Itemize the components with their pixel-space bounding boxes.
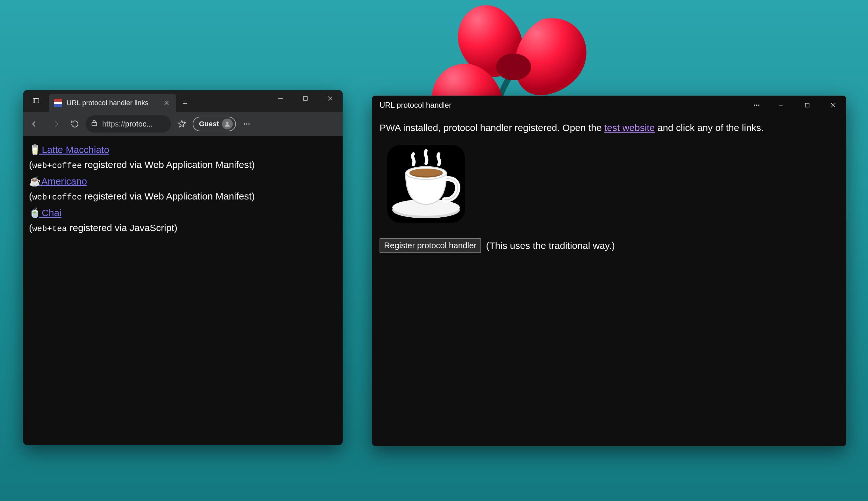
svg-point-31 [409,169,443,176]
drink-emoji: ☕ [29,174,39,188]
tab-actions-button[interactable] [23,90,49,112]
close-button[interactable] [318,90,343,107]
browser-tab[interactable]: URL protocol handler links [49,94,176,112]
window-controls [268,90,343,112]
svg-point-21 [758,105,759,106]
avatar-icon [222,119,233,129]
pwa-minimize-button[interactable] [768,97,794,114]
drink-link-row: ☕ Americano [29,174,337,188]
refresh-button[interactable] [66,115,84,133]
pwa-status-text: PWA installed, protocol handler register… [380,120,839,135]
protocol-code: web+tea [32,224,67,234]
menu-button[interactable] [238,115,256,133]
favorites-button[interactable] [173,115,191,133]
coffee-cup-icon [378,141,474,231]
back-button[interactable] [26,115,44,133]
drink-link[interactable]: Latte Macchiato [39,145,109,155]
svg-point-20 [756,105,757,106]
forward-button[interactable] [46,115,64,133]
tab-favicon [54,99,62,107]
pwa-window: URL protocol handler PWA installed, prot… [372,96,846,446]
svg-point-15 [227,122,229,124]
browser-page-content: 🥛 Latte Macchiato(web+coffee registered … [23,136,343,445]
svg-point-16 [244,123,245,125]
new-tab-button[interactable]: ＋ [176,94,194,112]
browser-window: URL protocol handler links ＋ [23,90,343,445]
tab-close-button[interactable] [163,99,171,107]
url-bar[interactable]: https://protoc... [86,115,171,132]
drink-emoji: 🥛 [29,142,39,157]
test-website-link[interactable]: test website [604,122,655,133]
drink-link-row: 🍵 Chai [29,205,337,220]
minimize-button[interactable] [268,90,293,107]
register-note: (This uses the traditional way.) [486,238,615,253]
pwa-maximize-button[interactable] [794,97,820,114]
browser-toolbar: https://protoc... Guest [23,112,343,136]
svg-marker-12 [178,120,185,127]
url-text: https://protoc... [102,119,153,128]
drink-emoji: 🍵 [29,205,39,220]
svg-point-17 [246,123,248,125]
protocol-code: web+coffee [32,161,82,171]
drink-note: (web+tea registered via JavaScript) [29,221,337,235]
pwa-window-controls [745,97,846,114]
svg-rect-23 [805,103,809,107]
site-identity-icon[interactable] [91,119,98,128]
svg-point-19 [754,105,755,106]
drink-note: (web+coffee registered via Web Applicati… [29,158,337,172]
tab-title: URL protocol handler links [67,99,149,107]
drink-link-row: 🥛 Latte Macchiato [29,142,337,157]
protocol-code: web+coffee [32,192,82,202]
pwa-app-menu-button[interactable] [745,97,768,114]
pwa-page-content: PWA installed, protocol handler register… [372,115,846,446]
pwa-close-button[interactable] [820,97,846,114]
register-protocol-button[interactable]: Register protocol handler [380,238,481,253]
pwa-window-title: URL protocol handler [380,101,451,110]
maximize-button[interactable] [293,90,318,107]
svg-point-0 [496,54,531,80]
pwa-titlebar: URL protocol handler [372,96,846,115]
drink-note: (web+coffee registered via Web Applicati… [29,189,337,204]
browser-titlebar: URL protocol handler links ＋ [23,90,343,112]
drink-link[interactable]: Americano [39,176,87,186]
register-row: Register protocol handler (This uses the… [380,238,839,253]
svg-rect-11 [92,122,97,126]
svg-point-18 [248,123,250,125]
profile-label: Guest [199,120,219,128]
svg-rect-1 [33,98,39,103]
profile-button[interactable]: Guest [193,117,236,131]
drink-link[interactable]: Chai [39,207,62,218]
svg-rect-6 [304,97,307,100]
